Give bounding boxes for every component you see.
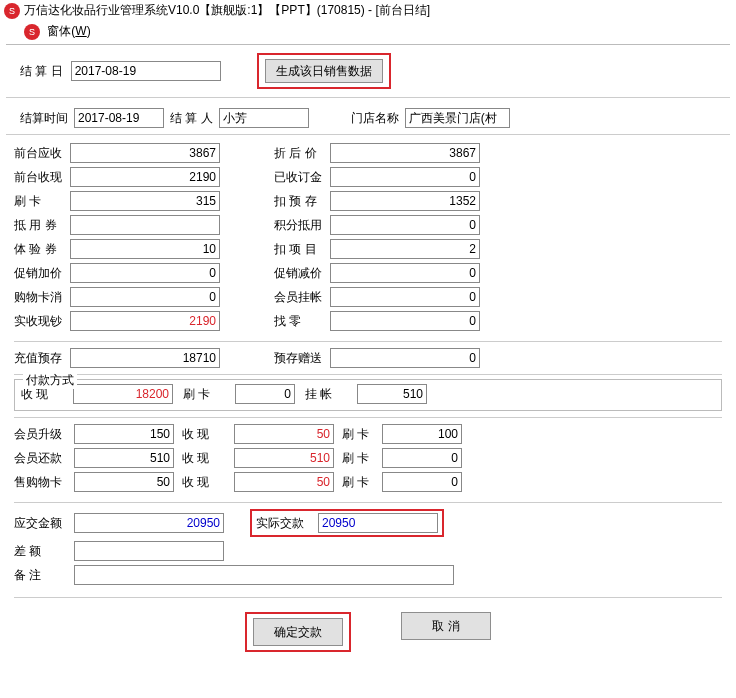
deposit-received-label: 已收订金 (274, 169, 330, 186)
recharge-section: 充值预存 预存赠送 (14, 348, 722, 375)
change-input[interactable] (330, 311, 480, 331)
repay-input[interactable] (74, 448, 174, 468)
generate-highlight: 生成该日销售数据 (257, 53, 391, 89)
discount-price-input[interactable] (330, 143, 480, 163)
payment-method-fieldset: 付款方式 收 现 刷 卡 挂 帐 (14, 379, 722, 411)
swipe-card-input[interactable] (70, 191, 220, 211)
summary-grid: 前台应收 折 后 价 前台收现 已收订金 刷 卡 扣 预 存 抵 用 券 积分抵… (14, 143, 722, 342)
voucher-input[interactable] (70, 215, 220, 235)
shopcard-spend-input[interactable] (70, 287, 220, 307)
pay-cash-input[interactable] (73, 384, 173, 404)
repay-cash-label: 收 现 (182, 450, 230, 467)
settlement-time-label: 结算时间 (20, 110, 68, 127)
points-offset-input[interactable] (330, 215, 480, 235)
menu-bar: S 窗体(W) (0, 21, 736, 44)
window-title: 万信达化妆品行业管理系统V10.0【旗舰版:1】【PPT】(170815) - … (24, 2, 430, 19)
app-icon: S (4, 3, 20, 19)
sellcard-card-input[interactable] (382, 472, 462, 492)
sellcard-label: 售购物卡 (14, 474, 70, 491)
sellcard-cash-input[interactable] (234, 472, 334, 492)
front-cash-input[interactable] (70, 167, 220, 187)
action-buttons: 确定交款 取 消 (0, 612, 736, 652)
settlement-date-input[interactable] (71, 61, 221, 81)
sellcard-card-label: 刷 卡 (342, 474, 378, 491)
upgrade-card-label: 刷 卡 (342, 426, 378, 443)
deduct-prepay-input[interactable] (330, 191, 480, 211)
settlement-info-row: 结算时间 结 算 人 门店名称 (6, 98, 730, 135)
change-label: 找 零 (274, 313, 330, 330)
promo-up-input[interactable] (70, 263, 220, 283)
generate-sales-button[interactable]: 生成该日销售数据 (265, 59, 383, 83)
settlement-time-input[interactable] (74, 108, 164, 128)
upgrade-label: 会员升级 (14, 426, 70, 443)
settlement-date-label: 结 算 日 (20, 63, 63, 80)
store-name-input[interactable] (405, 108, 510, 128)
note-input[interactable] (74, 565, 454, 585)
store-name-label: 门店名称 (351, 110, 399, 127)
recharge-bonus-input[interactable] (330, 348, 480, 368)
member-credit-input[interactable] (330, 287, 480, 307)
menu-window[interactable]: 窗体(W) (47, 24, 90, 38)
upgrade-card-input[interactable] (382, 424, 462, 444)
actual-pay-highlight: 实际交款 (250, 509, 444, 537)
due-input[interactable] (74, 513, 224, 533)
voucher-label: 抵 用 券 (14, 217, 70, 234)
repay-cash-input[interactable] (234, 448, 334, 468)
swipe-card-label: 刷 卡 (14, 193, 70, 210)
actual-cash-label: 实收现钞 (14, 313, 70, 330)
sellcard-input[interactable] (74, 472, 174, 492)
due-label: 应交金额 (14, 515, 70, 532)
pay-card-input[interactable] (235, 384, 295, 404)
totals-section: 应交金额 实际交款 差 额 备 注 (14, 509, 722, 598)
recharge-input[interactable] (70, 348, 220, 368)
deposit-received-input[interactable] (330, 167, 480, 187)
promo-up-label: 促销加价 (14, 265, 70, 282)
sellcard-cash-label: 收 现 (182, 474, 230, 491)
promo-down-label: 促销减价 (274, 265, 330, 282)
actual-cash-input[interactable] (70, 311, 220, 331)
front-cash-label: 前台收现 (14, 169, 70, 186)
settlement-date-row: 结 算 日 生成该日销售数据 (6, 44, 730, 98)
promo-down-input[interactable] (330, 263, 480, 283)
upgrade-input[interactable] (74, 424, 174, 444)
actual-input[interactable] (318, 513, 438, 533)
diff-label: 差 额 (14, 543, 70, 560)
front-receivable-label: 前台应收 (14, 145, 70, 162)
member-rows: 会员升级 收 现 刷 卡 会员还款 收 现 刷 卡 售购物卡 收 现 刷 卡 (14, 417, 722, 503)
trial-voucher-input[interactable] (70, 239, 220, 259)
pay-credit-input[interactable] (357, 384, 427, 404)
upgrade-cash-input[interactable] (234, 424, 334, 444)
upgrade-cash-label: 收 现 (182, 426, 230, 443)
confirm-button[interactable]: 确定交款 (253, 618, 343, 646)
confirm-highlight: 确定交款 (245, 612, 351, 652)
pay-card-label: 刷 卡 (183, 386, 231, 403)
actual-label: 实际交款 (256, 515, 312, 532)
repay-card-label: 刷 卡 (342, 450, 378, 467)
diff-input[interactable] (74, 541, 224, 561)
pay-credit-label: 挂 帐 (305, 386, 353, 403)
title-bar: S 万信达化妆品行业管理系统V10.0【旗舰版:1】【PPT】(170815) … (0, 0, 736, 21)
app-icon-small: S (24, 24, 40, 40)
note-label: 备 注 (14, 567, 70, 584)
points-offset-label: 积分抵用 (274, 217, 330, 234)
trial-voucher-label: 体 验 券 (14, 241, 70, 258)
front-receivable-input[interactable] (70, 143, 220, 163)
deduct-item-label: 扣 项 目 (274, 241, 330, 258)
discount-price-label: 折 后 价 (274, 145, 330, 162)
payment-legend: 付款方式 (23, 372, 77, 389)
recharge-label: 充值预存 (14, 350, 70, 367)
deduct-item-input[interactable] (330, 239, 480, 259)
shopcard-spend-label: 购物卡消 (14, 289, 70, 306)
settlement-person-input[interactable] (219, 108, 309, 128)
deduct-prepay-label: 扣 预 存 (274, 193, 330, 210)
repay-card-input[interactable] (382, 448, 462, 468)
recharge-bonus-label: 预存赠送 (274, 350, 330, 367)
cancel-button[interactable]: 取 消 (401, 612, 491, 640)
member-credit-label: 会员挂帐 (274, 289, 330, 306)
repay-label: 会员还款 (14, 450, 70, 467)
settlement-person-label: 结 算 人 (170, 110, 213, 127)
